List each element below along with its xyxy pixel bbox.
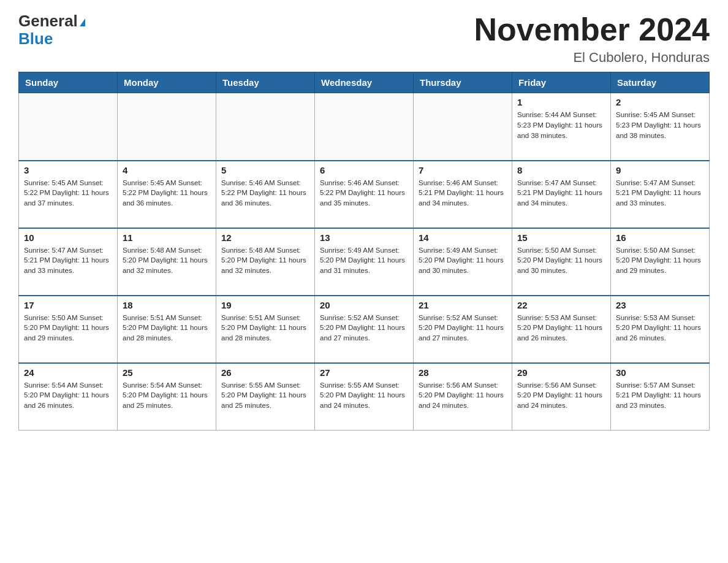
calendar-table: SundayMondayTuesdayWednesdayThursdayFrid… (18, 72, 710, 431)
day-info: Sunrise: 5:47 AM Sunset: 5:21 PM Dayligh… (517, 178, 605, 209)
day-of-week-header: Monday (118, 72, 216, 93)
calendar-day-cell: 20Sunrise: 5:52 AM Sunset: 5:20 PM Dayli… (315, 296, 414, 363)
day-number: 10 (24, 232, 112, 243)
calendar-day-cell (216, 93, 315, 161)
day-number: 25 (123, 367, 211, 378)
day-info: Sunrise: 5:49 AM Sunset: 5:20 PM Dayligh… (320, 245, 408, 276)
calendar-day-cell (315, 93, 414, 161)
calendar-day-cell: 19Sunrise: 5:51 AM Sunset: 5:20 PM Dayli… (216, 296, 315, 363)
calendar-week-row: 1Sunrise: 5:44 AM Sunset: 5:23 PM Daylig… (19, 93, 710, 161)
day-info: Sunrise: 5:56 AM Sunset: 5:20 PM Dayligh… (517, 380, 605, 411)
calendar-day-cell: 27Sunrise: 5:55 AM Sunset: 5:20 PM Dayli… (315, 363, 414, 431)
calendar-title: November 2024 (474, 12, 710, 47)
day-of-week-header: Wednesday (315, 72, 414, 93)
calendar-day-cell: 21Sunrise: 5:52 AM Sunset: 5:20 PM Dayli… (414, 296, 512, 363)
calendar-week-row: 24Sunrise: 5:54 AM Sunset: 5:20 PM Dayli… (19, 363, 710, 431)
day-info: Sunrise: 5:50 AM Sunset: 5:20 PM Dayligh… (616, 245, 704, 276)
day-info: Sunrise: 5:57 AM Sunset: 5:21 PM Dayligh… (616, 380, 704, 411)
day-number: 30 (616, 367, 704, 378)
day-number: 8 (517, 165, 605, 175)
day-number: 6 (320, 165, 408, 175)
calendar-day-cell (414, 93, 512, 161)
calendar-week-row: 17Sunrise: 5:50 AM Sunset: 5:20 PM Dayli… (19, 296, 710, 363)
day-info: Sunrise: 5:54 AM Sunset: 5:20 PM Dayligh… (123, 380, 211, 411)
day-number: 12 (221, 232, 309, 243)
day-info: Sunrise: 5:48 AM Sunset: 5:20 PM Dayligh… (221, 245, 309, 276)
day-number: 9 (616, 165, 704, 175)
calendar-day-cell (19, 93, 118, 161)
calendar-day-cell: 7Sunrise: 5:46 AM Sunset: 5:21 PM Daylig… (414, 161, 512, 228)
day-number: 7 (419, 165, 507, 175)
logo-general-text: General (18, 12, 85, 30)
calendar-day-cell: 29Sunrise: 5:56 AM Sunset: 5:20 PM Dayli… (512, 363, 611, 431)
calendar-day-cell: 3Sunrise: 5:45 AM Sunset: 5:22 PM Daylig… (19, 161, 118, 228)
day-info: Sunrise: 5:52 AM Sunset: 5:20 PM Dayligh… (320, 313, 408, 343)
calendar-day-cell: 10Sunrise: 5:47 AM Sunset: 5:21 PM Dayli… (19, 228, 118, 296)
calendar-day-cell: 28Sunrise: 5:56 AM Sunset: 5:20 PM Dayli… (414, 363, 512, 431)
calendar-day-cell: 6Sunrise: 5:46 AM Sunset: 5:22 PM Daylig… (315, 161, 414, 228)
calendar-day-cell: 8Sunrise: 5:47 AM Sunset: 5:21 PM Daylig… (512, 161, 611, 228)
calendar-day-cell: 2Sunrise: 5:45 AM Sunset: 5:23 PM Daylig… (611, 93, 710, 161)
day-info: Sunrise: 5:45 AM Sunset: 5:22 PM Dayligh… (123, 178, 211, 209)
day-info: Sunrise: 5:50 AM Sunset: 5:20 PM Dayligh… (24, 313, 112, 343)
day-number: 27 (320, 367, 408, 378)
day-number: 23 (616, 300, 704, 310)
calendar-day-cell: 25Sunrise: 5:54 AM Sunset: 5:20 PM Dayli… (118, 363, 216, 431)
calendar-day-cell: 9Sunrise: 5:47 AM Sunset: 5:21 PM Daylig… (611, 161, 710, 228)
day-number: 29 (517, 367, 605, 378)
calendar-day-cell: 16Sunrise: 5:50 AM Sunset: 5:20 PM Dayli… (611, 228, 710, 296)
day-info: Sunrise: 5:46 AM Sunset: 5:21 PM Dayligh… (419, 178, 507, 209)
day-info: Sunrise: 5:52 AM Sunset: 5:20 PM Dayligh… (419, 313, 507, 343)
day-number: 1 (517, 97, 605, 107)
day-of-week-header: Saturday (611, 72, 710, 93)
day-number: 24 (24, 367, 112, 378)
title-block: November 2024 El Cubolero, Honduras (474, 12, 710, 66)
day-number: 19 (221, 300, 309, 310)
day-info: Sunrise: 5:45 AM Sunset: 5:22 PM Dayligh… (24, 178, 112, 209)
day-number: 18 (123, 300, 211, 310)
day-info: Sunrise: 5:46 AM Sunset: 5:22 PM Dayligh… (320, 178, 408, 209)
day-info: Sunrise: 5:56 AM Sunset: 5:20 PM Dayligh… (419, 380, 507, 411)
calendar-day-cell: 4Sunrise: 5:45 AM Sunset: 5:22 PM Daylig… (118, 161, 216, 228)
day-info: Sunrise: 5:55 AM Sunset: 5:20 PM Dayligh… (320, 380, 408, 411)
day-number: 28 (419, 367, 507, 378)
day-info: Sunrise: 5:45 AM Sunset: 5:23 PM Dayligh… (616, 110, 704, 140)
logo-line2: Blue (18, 30, 53, 48)
day-of-week-header: Friday (512, 72, 611, 93)
calendar-week-row: 3Sunrise: 5:45 AM Sunset: 5:22 PM Daylig… (19, 161, 710, 228)
calendar-header-row: SundayMondayTuesdayWednesdayThursdayFrid… (19, 72, 710, 93)
day-info: Sunrise: 5:54 AM Sunset: 5:20 PM Dayligh… (24, 380, 112, 411)
day-number: 4 (123, 165, 211, 175)
day-number: 22 (517, 300, 605, 310)
day-info: Sunrise: 5:51 AM Sunset: 5:20 PM Dayligh… (123, 313, 211, 343)
calendar-week-row: 10Sunrise: 5:47 AM Sunset: 5:21 PM Dayli… (19, 228, 710, 296)
calendar-day-cell: 23Sunrise: 5:53 AM Sunset: 5:20 PM Dayli… (611, 296, 710, 363)
calendar-day-cell: 30Sunrise: 5:57 AM Sunset: 5:21 PM Dayli… (611, 363, 710, 431)
day-number: 2 (616, 97, 704, 107)
day-number: 20 (320, 300, 408, 310)
logo: General Blue (18, 12, 85, 47)
day-number: 16 (616, 232, 704, 243)
day-number: 26 (221, 367, 309, 378)
logo-blue-text: Blue (18, 29, 53, 48)
calendar-day-cell: 26Sunrise: 5:55 AM Sunset: 5:20 PM Dayli… (216, 363, 315, 431)
day-info: Sunrise: 5:46 AM Sunset: 5:22 PM Dayligh… (221, 178, 309, 209)
day-info: Sunrise: 5:49 AM Sunset: 5:20 PM Dayligh… (419, 245, 507, 276)
day-number: 17 (24, 300, 112, 310)
day-info: Sunrise: 5:47 AM Sunset: 5:21 PM Dayligh… (24, 245, 112, 276)
day-info: Sunrise: 5:55 AM Sunset: 5:20 PM Dayligh… (221, 380, 309, 411)
calendar-day-cell: 24Sunrise: 5:54 AM Sunset: 5:20 PM Dayli… (19, 363, 118, 431)
calendar-day-cell: 22Sunrise: 5:53 AM Sunset: 5:20 PM Dayli… (512, 296, 611, 363)
logo-triangle-icon (80, 18, 85, 26)
calendar-day-cell: 1Sunrise: 5:44 AM Sunset: 5:23 PM Daylig… (512, 93, 611, 161)
day-number: 14 (419, 232, 507, 243)
calendar-day-cell: 5Sunrise: 5:46 AM Sunset: 5:22 PM Daylig… (216, 161, 315, 228)
day-of-week-header: Sunday (19, 72, 118, 93)
day-info: Sunrise: 5:53 AM Sunset: 5:20 PM Dayligh… (616, 313, 704, 343)
day-info: Sunrise: 5:53 AM Sunset: 5:20 PM Dayligh… (517, 313, 605, 343)
calendar-day-cell: 11Sunrise: 5:48 AM Sunset: 5:20 PM Dayli… (118, 228, 216, 296)
calendar-day-cell (118, 93, 216, 161)
calendar-day-cell: 18Sunrise: 5:51 AM Sunset: 5:20 PM Dayli… (118, 296, 216, 363)
day-number: 15 (517, 232, 605, 243)
day-info: Sunrise: 5:51 AM Sunset: 5:20 PM Dayligh… (221, 313, 309, 343)
